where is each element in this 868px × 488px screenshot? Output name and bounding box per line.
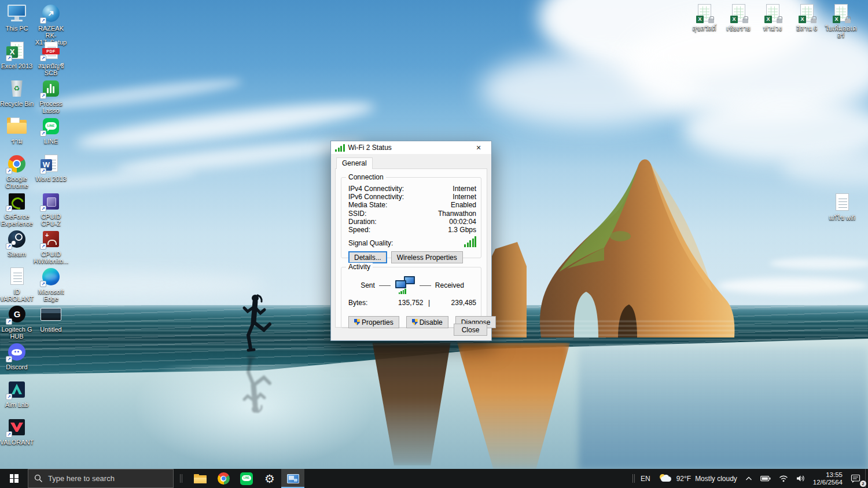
desktop-icon-untitled[interactable]: Untitled	[32, 304, 69, 333]
aimlab-icon: ↗	[5, 380, 28, 399]
battery-icon	[760, 475, 771, 482]
rock-formation	[486, 149, 746, 340]
language-indicator[interactable]: EN	[637, 469, 654, 488]
desktop-icon-item[interactable]: ราม	[0, 116, 35, 145]
close-icon[interactable]: ×	[470, 142, 487, 153]
desktop-icon-label: Microsoft Edge	[32, 288, 69, 302]
desktop-icon-label: ID VAROLANT	[0, 288, 35, 302]
folder-icon	[5, 116, 28, 136]
desktop-icon-steam[interactable]: ↗ Steam	[0, 229, 35, 258]
shortcut-arrow-icon: ↗	[6, 431, 12, 438]
network-activity-icon	[395, 276, 415, 295]
this-pc-icon	[5, 3, 28, 23]
activity-group: Activity Sent Received Bytes: 135,752 | …	[341, 267, 481, 328]
clock-date: 12/6/2564	[813, 479, 843, 486]
desktop-icon-process-lasso[interactable]: ↗ Process Lasso	[32, 79, 69, 114]
taskbar-app-chrome[interactable]	[212, 469, 235, 488]
excel-file-icon: X	[693, 3, 716, 23]
action-center-button[interactable]: 2	[847, 469, 865, 488]
desktop-icon-discord[interactable]: ↗ Discord	[0, 342, 35, 370]
shortcut-arrow-icon: ↗	[40, 130, 46, 137]
desktop-icon-scb[interactable]: PDF↗ สมุดบัญชี SCB	[32, 41, 69, 76]
received-dash	[420, 285, 431, 286]
desktop-icon-excel-2013[interactable]: X↗ Excel 2013	[0, 41, 35, 69]
volume-indicator[interactable]	[792, 469, 809, 488]
desktop-icon-word-2013[interactable]: W↗ Word 2013	[32, 154, 69, 182]
desktop-icon-wifi[interactable]: แก้ไข wifi	[823, 193, 860, 221]
bytes-divider: |	[428, 299, 430, 307]
taskbar-grip[interactable]	[178, 469, 184, 488]
desktop-icon-geforce-experience[interactable]: ↗ GeForce Experience	[0, 192, 35, 227]
general-tab-page: Connection IPv4 Connectivity:InternetIPv…	[335, 168, 487, 328]
shortcut-arrow-icon: ↗	[40, 168, 46, 174]
signal-quality-bars	[464, 236, 476, 247]
shortcut-arrow-icon: ↗	[40, 281, 46, 287]
pinned-apps: LINE⚙	[189, 469, 304, 488]
properties-button[interactable]: Properties	[348, 316, 399, 328]
excel-file-icon: X	[829, 3, 852, 23]
desktop-icon-item[interactable]: X เชียงราย	[720, 3, 757, 32]
desktop-icon-label: Aim Lab	[0, 401, 35, 408]
connection-row-label: Duration:	[348, 218, 377, 226]
network-indicator[interactable]	[775, 469, 792, 488]
text-file-icon	[830, 193, 854, 212]
desktop-icon-item[interactable]: X ใบเพิ่มออเดอร์	[822, 3, 859, 39]
sent-dash	[379, 285, 391, 286]
taskbar-app-network-status[interactable]	[281, 469, 304, 488]
desktop-icon-this-pc[interactable]: This PC	[0, 3, 35, 32]
chrome-icon: ↗	[5, 154, 28, 174]
jogger-silhouette	[240, 292, 275, 414]
taskbar-app-settings[interactable]: ⚙	[258, 469, 281, 488]
word-icon: W↗	[39, 154, 62, 174]
desktop-icon-google-chrome[interactable]: ↗ Google Chrome	[0, 154, 35, 189]
taskbar-app-file-explorer[interactable]	[189, 469, 212, 488]
gear-icon: ⚙	[264, 473, 275, 485]
steam-icon: ↗	[5, 229, 28, 249]
desktop-icon-id-varolant[interactable]: ID VAROLANT	[0, 267, 35, 302]
desktop-icon-item[interactable]: X ท่าม่วง	[754, 3, 791, 32]
excel-file-icon: X	[761, 3, 784, 23]
desktop-icon-cpuid-hwmonito[interactable]: ↗ CPUID HWMonito...	[32, 229, 69, 265]
details-button[interactable]: Details...	[348, 251, 387, 263]
close-button[interactable]: Close	[454, 324, 487, 336]
tab-general[interactable]: General	[336, 157, 373, 169]
desktop-icon-label: Recycle Bin	[0, 100, 35, 107]
desktop-icon-label: This PC	[0, 25, 35, 32]
tray-grip[interactable]	[631, 474, 637, 483]
desktop-icon-aim-lab[interactable]: ↗ Aim Lab	[0, 380, 35, 408]
desktop-icon-6[interactable]: X อีสาน 6	[788, 3, 825, 32]
desktop-icon-line[interactable]: LINE↗ LINE	[32, 116, 69, 145]
desktop-icon-valorant[interactable]: ↗ VALORANT	[0, 417, 35, 446]
clock[interactable]: 13:55 12/6/2564	[809, 469, 847, 488]
start-button[interactable]	[0, 469, 28, 488]
desktop-icon-recycle-bin[interactable]: ♻ Recycle Bin	[0, 79, 35, 107]
weather-widget[interactable]: 92°F Mostly cloudy	[654, 469, 741, 488]
tray-overflow-chevron[interactable]	[741, 469, 756, 488]
bytes-label: Bytes:	[348, 299, 382, 307]
desktop-icon-razeak-rk-x17-setup[interactable]: ➜↗ RAZEAK RK-X17_Setup	[32, 3, 69, 46]
wireless-properties-button[interactable]: Wireless Properties	[391, 251, 463, 263]
connection-row-label: IPv4 Connectivity:	[348, 185, 404, 193]
weather-condition: Mostly cloudy	[695, 475, 737, 483]
desktop-icon-logitech-g-hub[interactable]: G↗ Logitech G HUB	[0, 304, 35, 340]
battery-indicator[interactable]	[756, 469, 775, 488]
tab-strip: General	[335, 157, 487, 168]
desktop-icon-label: VALORANT	[0, 439, 35, 446]
dialog-title-bar[interactable]: Wi-Fi 2 Status ×	[331, 141, 491, 154]
desktop-icon-microsoft-edge[interactable]: ↗ Microsoft Edge	[32, 267, 69, 302]
disable-button[interactable]: Disable	[406, 316, 448, 328]
wifi-icon	[779, 475, 788, 482]
desktop-icon-cpuid-cpu-z[interactable]: ↗ CPUID CPU-Z	[32, 192, 69, 227]
shortcut-arrow-icon: ↗	[40, 17, 46, 24]
search-box[interactable]: Type here to search	[28, 469, 174, 488]
desktop-icon-label: สุขสวัสดิ์	[686, 25, 723, 32]
desktop-icon-item[interactable]: X สุขสวัสดิ์	[686, 3, 723, 32]
lock-overlay-icon	[742, 19, 748, 23]
desktop-icon-label: ท่าม่วง	[754, 25, 791, 32]
desktop-icon-label: Excel 2013	[0, 63, 35, 69]
notification-icon	[851, 474, 861, 483]
taskbar-app-line[interactable]: LINE	[235, 469, 258, 488]
pdf-icon: PDF↗	[39, 41, 62, 61]
shortcut-arrow-icon: ↗	[40, 206, 46, 212]
connection-row-label: SSID:	[348, 210, 366, 218]
